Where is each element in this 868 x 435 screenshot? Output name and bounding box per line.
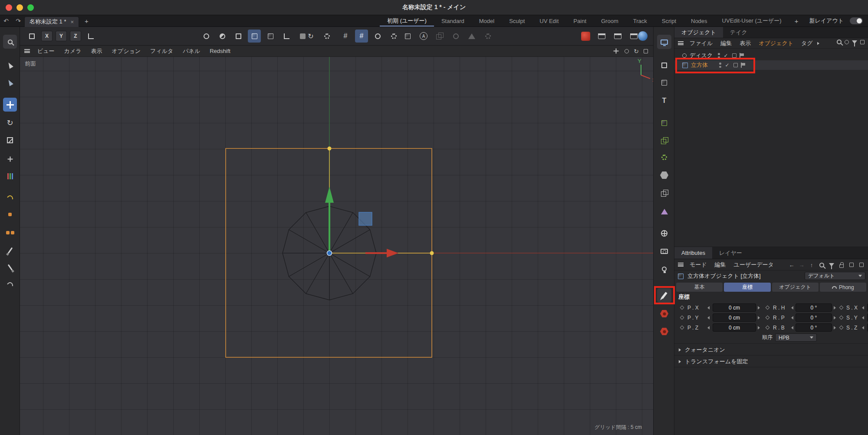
stepper-left-icon[interactable] xyxy=(707,326,710,330)
material-pencil-icon[interactable] xyxy=(657,288,671,303)
layout-tab-nodes[interactable]: Nodes xyxy=(684,15,715,26)
viewport-menu-panel[interactable]: パネル xyxy=(178,47,205,55)
layout-tab-paint[interactable]: Paint xyxy=(566,15,594,26)
om-menu-tags[interactable]: タグ xyxy=(797,40,817,47)
render-region-icon[interactable] xyxy=(636,30,649,43)
keyframe-diamond[interactable] xyxy=(680,306,684,310)
stepper-left-icon[interactable] xyxy=(791,326,793,330)
document-tab[interactable]: 名称未設定 1 * × xyxy=(24,16,79,27)
render-picture-viewer-icon[interactable] xyxy=(216,30,229,43)
history-back-icon[interactable]: ← xyxy=(788,261,796,269)
parent-up-icon[interactable]: ↑ xyxy=(808,261,815,269)
annotation-icon[interactable]: A xyxy=(417,30,430,43)
scale-handle-y[interactable] xyxy=(328,147,332,151)
zoom-window-button[interactable] xyxy=(27,4,34,11)
menu-overflow-icon[interactable] xyxy=(817,42,819,45)
position-x-field[interactable]: 0 cm xyxy=(713,303,756,312)
knife-tool[interactable] xyxy=(3,260,17,274)
reset-psr-icon[interactable]: ↻ xyxy=(304,30,317,43)
stepper-right-icon[interactable] xyxy=(758,306,760,310)
gizmo-center[interactable] xyxy=(327,251,332,256)
filter-icon[interactable] xyxy=(852,40,857,44)
axis-lock-z-button[interactable]: Z xyxy=(70,31,81,41)
object-name[interactable]: 立方体 xyxy=(691,61,716,69)
camera-icon[interactable] xyxy=(657,244,671,258)
tab-attributes[interactable]: Attributes xyxy=(674,247,712,259)
viewport-hamburger-icon[interactable] xyxy=(24,49,30,53)
delta-icon[interactable] xyxy=(465,30,478,43)
section-header[interactable]: 座標 xyxy=(678,293,690,301)
object-name[interactable]: ディスク xyxy=(690,52,715,59)
volume-icon[interactable] xyxy=(657,168,671,182)
panel-options-icon[interactable] xyxy=(860,40,865,44)
layout-tab-standard[interactable]: Standard xyxy=(434,15,472,26)
close-tab-icon[interactable]: × xyxy=(71,19,74,25)
keyframe-diamond[interactable] xyxy=(766,306,770,310)
stepper-left-icon[interactable] xyxy=(791,316,793,320)
coordinate-system-icon[interactable] xyxy=(84,30,97,43)
stepper-right-icon[interactable] xyxy=(758,326,760,330)
filter-icon[interactable] xyxy=(828,261,835,269)
tab-phong[interactable]: Phong xyxy=(820,283,866,292)
freeze-transform-group[interactable]: トランスフォームを固定 xyxy=(678,358,748,366)
attr-hamburger-icon[interactable] xyxy=(678,263,684,267)
enable-snap-icon[interactable]: # xyxy=(355,30,368,43)
search-icon[interactable] xyxy=(837,40,842,44)
keyframe-diamond[interactable] xyxy=(839,326,844,330)
light-icon[interactable] xyxy=(657,262,671,276)
axis-lock-tool[interactable] xyxy=(3,152,17,166)
keyframe-diamond[interactable] xyxy=(680,326,684,330)
simulation-icon[interactable] xyxy=(401,30,414,43)
world-coordinate-tool[interactable] xyxy=(3,169,17,183)
workplane-icon[interactable] xyxy=(280,30,293,43)
stepper-left-icon[interactable] xyxy=(862,326,864,330)
instance-icon[interactable] xyxy=(657,116,671,130)
keyframe-diamond[interactable] xyxy=(839,316,844,320)
maximize-view-icon[interactable] xyxy=(644,49,648,53)
array-icon[interactable] xyxy=(657,133,671,148)
redo-icon[interactable]: ↷ xyxy=(12,17,24,24)
layout-tab-script[interactable]: Script xyxy=(654,15,684,26)
viewport[interactable]: ビュー カメラ 表示 オプション フィルタ パネル Redshift ↻ xyxy=(20,46,653,435)
popout-icon[interactable] xyxy=(858,261,865,269)
render-view-icon[interactable] xyxy=(200,30,213,43)
live-selection-tool[interactable] xyxy=(3,58,17,72)
layout-tab-uvedit[interactable]: UV Edit xyxy=(532,15,566,26)
clone-icon[interactable] xyxy=(657,186,671,200)
new-layout-button[interactable]: 新レイアウト xyxy=(804,17,849,25)
om-menu-view[interactable]: 表示 xyxy=(736,40,755,47)
layout-tab-uvedit-user[interactable]: UVEdit-User (ユーザー) xyxy=(715,15,789,26)
axis-lock-y-button[interactable]: Y xyxy=(56,31,67,41)
visibility-dots-icon[interactable] xyxy=(718,53,720,58)
tag-icon[interactable] xyxy=(732,53,736,58)
locate-icon[interactable] xyxy=(845,40,849,44)
disclosure-triangle-icon[interactable] xyxy=(679,360,681,363)
om-menu-edit[interactable]: 編集 xyxy=(717,40,736,47)
lock-icon[interactable] xyxy=(838,261,845,269)
brush-tool[interactable] xyxy=(3,244,17,257)
generator-icon[interactable] xyxy=(657,150,671,165)
render-settings-icon[interactable] xyxy=(232,30,245,43)
undo-icon[interactable]: ↶ xyxy=(0,17,12,24)
deformer-icon[interactable] xyxy=(657,204,671,219)
layout-manager-icon[interactable] xyxy=(657,35,671,49)
move-gizmo-x-arrowhead[interactable] xyxy=(387,249,398,257)
stepper-right-icon[interactable] xyxy=(834,306,836,310)
fields-icon[interactable] xyxy=(449,30,462,43)
viewport-menu-view[interactable]: ビュー xyxy=(33,47,59,55)
stepper-left-icon[interactable] xyxy=(707,316,710,320)
layout-tab-initial[interactable]: 初期 (ユーザー) xyxy=(380,15,434,26)
cube-primitive-icon[interactable] xyxy=(657,76,671,90)
snap-3d-icon[interactable] xyxy=(371,30,384,43)
minimize-window-button[interactable] xyxy=(16,4,23,11)
quaternion-group[interactable]: クォータニオン xyxy=(678,346,725,354)
move-gizmo-plane-handle[interactable] xyxy=(359,212,372,225)
stepper-left-icon[interactable] xyxy=(862,306,864,310)
new-window-icon[interactable] xyxy=(848,261,855,269)
redshift-material-icon[interactable] xyxy=(657,306,671,321)
layout-toggle[interactable] xyxy=(850,17,863,24)
grid-snap-icon[interactable]: # xyxy=(339,30,352,43)
viewport-menu-display[interactable]: 表示 xyxy=(86,47,107,55)
keyframe-diamond[interactable] xyxy=(680,316,684,320)
stepper-left-icon[interactable] xyxy=(862,316,864,320)
